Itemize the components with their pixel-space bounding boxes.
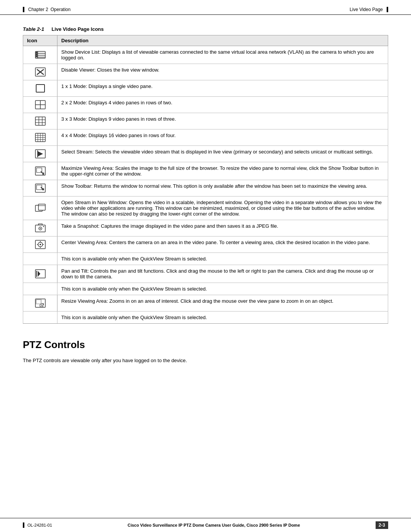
footer-center: Cisco Video Surveillance IP PTZ Dome Cam… (127, 523, 300, 527)
mode-1x1-icon (35, 83, 46, 93)
resize-area-icon (35, 298, 46, 308)
icon-display (27, 100, 53, 110)
icon-cell (23, 97, 57, 113)
table-row: This icon is available only when the Qui… (23, 253, 388, 265)
content-area: Table 2-1 Live Video Page Icons Icon Des… (0, 15, 411, 382)
row-description: Take a Snapshot: Captures the image disp… (61, 223, 278, 229)
table-row: Take a Snapshot: Captures the image disp… (23, 220, 388, 236)
pan-tilt-icon (35, 269, 46, 279)
icon-display (27, 269, 53, 279)
desc-cell: Show Device List: Displays a list of vie… (57, 46, 388, 64)
desc-cell: This icon is available only when the Qui… (57, 283, 388, 295)
table-row: Center Viewing Area: Centers the camera … (23, 236, 388, 253)
table-row: This icon is available only when the Qui… (23, 312, 388, 324)
mode-2x2-icon (35, 100, 46, 110)
select-stream-icon (35, 149, 46, 159)
svg-point-41 (40, 228, 41, 229)
desc-cell: Maximize Viewing Area: Scales the image … (57, 162, 388, 180)
svg-rect-42 (43, 226, 44, 227)
chapter-label: Chapter 2 (28, 7, 48, 12)
mode-4x4-icon (35, 133, 46, 142)
row-description: This icon is available only when the Qui… (61, 286, 207, 292)
icon-cell (23, 146, 57, 162)
page-container: Chapter 2 Operation Live Video Page Tabl… (0, 0, 411, 532)
table-row: 4 x 4 Mode: Displays 16 video panes in r… (23, 129, 388, 146)
col-header-desc: Description (57, 35, 388, 46)
row-description: Center Viewing Area: Centers the camera … (61, 240, 370, 245)
desc-cell: Center Viewing Area: Centers the camera … (57, 236, 388, 253)
icon-cell (23, 253, 57, 265)
header-left: Chapter 2 Operation (23, 7, 70, 12)
row-description: Select Stream: Selects the viewable vide… (61, 149, 373, 155)
header-right-bar-icon (387, 7, 388, 12)
footer-doc-number: OL-24281-01 (27, 523, 52, 527)
icon-cell (23, 180, 57, 197)
table-row: Disable Viewer: Closes the live view win… (23, 64, 388, 80)
table-title-block: Table 2-1 Live Video Page Icons (23, 26, 388, 32)
svg-rect-15 (35, 117, 45, 125)
row-description: Show Device List: Displays a list of vie… (61, 49, 374, 61)
icon-cell (23, 64, 57, 80)
header-right-label: Live Video Page (350, 7, 383, 12)
footer-right: 2-3 (376, 521, 388, 529)
icon-cell (23, 295, 57, 312)
ptz-section-title: PTZ Controls (23, 339, 388, 351)
footer-left: OL-24281-01 (23, 522, 52, 528)
desc-cell: Pan and Tilt: Controls the pan and tilt … (57, 265, 388, 283)
icon-display (27, 166, 53, 176)
row-description: Pan and Tilt: Controls the pan and tilt … (61, 268, 374, 280)
table-row: Show Toolbar: Returns the window to norm… (23, 180, 388, 197)
icon-display (27, 67, 53, 77)
table-row: Show Device List: Displays a list of vie… (23, 46, 388, 64)
svg-rect-6 (36, 54, 37, 55)
row-description: Maximize Viewing Area: Scales the image … (61, 165, 379, 177)
icon-cell (23, 113, 57, 129)
maximize-icon (35, 166, 46, 176)
icon-cell (23, 236, 57, 253)
svg-rect-54 (36, 300, 41, 304)
table-row: This icon is available only when the Qui… (23, 283, 388, 295)
row-description: Disable Viewer: Closes the live view win… (61, 67, 159, 73)
svg-rect-5 (36, 52, 37, 53)
desc-cell: Disable Viewer: Closes the live view win… (57, 64, 388, 80)
icon-display (27, 149, 53, 159)
table-name: Live Video Page Icons (52, 26, 104, 32)
icon-cell (23, 80, 57, 97)
device-list-icon (35, 50, 46, 60)
row-description: Show Toolbar: Returns the window to norm… (61, 183, 367, 189)
desc-cell: This icon is available only when the Qui… (57, 253, 388, 265)
desc-cell: Take a Snapshot: Captures the image disp… (57, 220, 388, 236)
page-header: Chapter 2 Operation Live Video Page (0, 0, 411, 15)
icon-cell (23, 265, 57, 283)
mode-3x3-icon (35, 116, 46, 126)
desc-cell: 1 x 1 Mode: Displays a single video pane… (57, 80, 388, 97)
desc-cell: 3 x 3 Mode: Displays 9 video panes in ro… (57, 113, 388, 129)
desc-cell: 2 x 2 Mode: Displays 4 video panes in ro… (57, 97, 388, 113)
row-description: 1 x 1 Mode: Displays a single video pane… (61, 83, 153, 89)
page-footer: OL-24281-01 Cisco Video Surveillance IP … (0, 518, 411, 532)
row-description: 3 x 3 Mode: Displays 9 video panes in ro… (61, 116, 176, 122)
table-row: Maximize Viewing Area: Scales the image … (23, 162, 388, 180)
table-row: 3 x 3 Mode: Displays 9 video panes in ro… (23, 113, 388, 129)
row-description: 4 x 4 Mode: Displays 16 video panes in r… (61, 133, 176, 138)
footer-left-bar-icon (23, 522, 24, 528)
desc-cell: Open Stream in New Window: Opens the vid… (57, 197, 388, 220)
ptz-section-description: The PTZ controls are viewable only after… (23, 358, 388, 363)
table-header-row: Icon Description (23, 35, 388, 46)
desc-cell: Resize Viewing Area: Zooms in on an area… (57, 295, 388, 312)
row-description: Resize Viewing Area: Zooms in on an area… (61, 298, 333, 304)
center-view-icon (35, 240, 46, 249)
desc-cell: Show Toolbar: Returns the window to norm… (57, 180, 388, 197)
table-row: 1 x 1 Mode: Displays a single video pane… (23, 80, 388, 97)
desc-cell: Select Stream: Selects the viewable vide… (57, 146, 388, 162)
icons-table: Icon Description (23, 35, 388, 324)
show-toolbar-icon (35, 183, 46, 193)
disable-viewer-icon (35, 67, 46, 77)
svg-rect-7 (36, 56, 37, 57)
table-row: Open Stream in New Window: Opens the vid… (23, 197, 388, 220)
row-description: Open Stream in New Window: Opens the vid… (61, 200, 382, 217)
icon-cell (23, 283, 57, 295)
icon-cell (23, 312, 57, 324)
icon-cell (23, 129, 57, 146)
svg-rect-37 (38, 204, 45, 210)
